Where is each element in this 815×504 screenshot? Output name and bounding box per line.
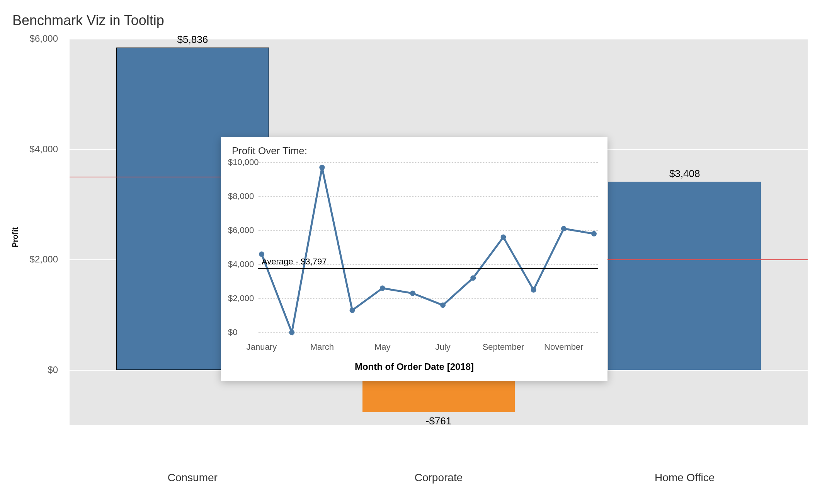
bar-value-label: $3,408 [669, 168, 700, 180]
line-series [258, 158, 598, 336]
tooltip-y-tick-label: $10,000 [228, 157, 259, 167]
tooltip-x-tick-label: March [310, 342, 334, 352]
bar-value-label: $5,836 [177, 34, 208, 46]
svg-point-3 [350, 308, 355, 313]
tooltip-x-tick-label: January [247, 342, 277, 352]
bar-home-office[interactable] [608, 182, 761, 370]
tooltip-x-tick-label: May [374, 342, 391, 352]
page-title: Benchmark Viz in Tooltip [12, 12, 164, 29]
svg-point-10 [561, 226, 567, 232]
tooltip-y-tick-label: $2,000 [228, 293, 254, 303]
viz-in-tooltip: Profit Over Time: Average - $3,797 $0$2,… [221, 137, 607, 381]
tooltip-x-tick-label: November [544, 342, 583, 352]
svg-point-9 [531, 287, 536, 293]
y-tick-label: $4,000 [12, 144, 58, 155]
tooltip-x-tick-label: September [483, 342, 524, 352]
svg-point-0 [259, 252, 264, 257]
y-tick-label: $0 [12, 364, 58, 375]
svg-point-6 [440, 303, 446, 308]
tooltip-y-tick-label: $6,000 [228, 225, 254, 235]
svg-point-7 [470, 275, 476, 281]
x-category-label: Corporate [415, 472, 463, 484]
y-tick-label: $6,000 [12, 33, 58, 44]
tooltip-title: Profit Over Time: [232, 145, 307, 157]
tooltip-x-tick-label: July [436, 342, 451, 352]
tooltip-y-tick-label: $0 [228, 327, 237, 337]
svg-point-2 [319, 165, 325, 170]
tooltip-y-tick-label: $4,000 [228, 259, 254, 269]
tooltip-y-tick-label: $8,000 [228, 191, 254, 201]
line-chart[interactable]: Average - $3,797 [258, 158, 598, 336]
svg-point-4 [380, 286, 385, 291]
y-axis-label: Profit [11, 227, 20, 247]
svg-point-8 [500, 235, 506, 240]
average-reference-line [258, 268, 598, 269]
average-reference-label: Average - $3,797 [262, 257, 327, 267]
svg-point-11 [591, 231, 597, 237]
y-tick-label: $2,000 [12, 254, 58, 265]
x-category-label: Consumer [168, 472, 218, 484]
bar-value-label: -$761 [426, 415, 452, 427]
svg-point-1 [289, 330, 294, 335]
x-category-label: Home Office [655, 472, 715, 484]
svg-point-5 [410, 291, 415, 296]
tooltip-x-axis-label: Month of Order Date [2018] [221, 361, 607, 372]
